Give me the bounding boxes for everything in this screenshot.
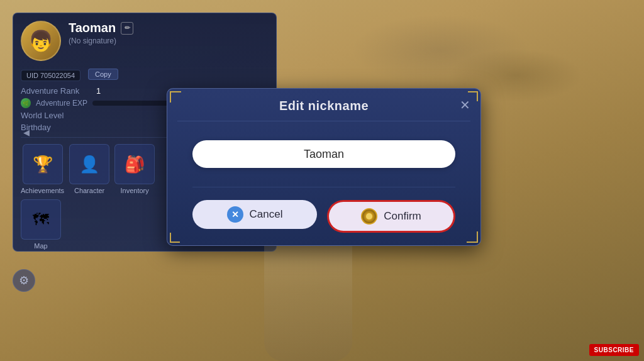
cancel-label: Cancel xyxy=(250,208,283,221)
uid-badge: UID 705022054 xyxy=(21,70,80,81)
modal-title: Edit nickname xyxy=(279,99,369,113)
map-icon-box: 🗺 xyxy=(21,199,61,240)
profile-header: 👦 Taoman ✏ (No signature) xyxy=(21,21,269,61)
birthday-label: Birthday xyxy=(21,123,96,132)
avatar-icon: 👦 xyxy=(28,29,53,53)
menu-item-character[interactable]: 👤 Character xyxy=(69,144,109,194)
nav-back-arrow[interactable]: ◂ xyxy=(23,125,30,140)
nickname-input-container xyxy=(192,140,455,168)
profile-signature: (No signature) xyxy=(69,36,269,45)
adventure-rank-label: Adventure Rank xyxy=(21,86,96,96)
subscribe-button[interactable]: SUBSCRIBE xyxy=(589,344,639,356)
edit-name-button[interactable]: ✏ xyxy=(121,22,133,35)
confirm-label: Confirm xyxy=(384,210,421,223)
inventory-label: Inventory xyxy=(120,187,148,194)
cancel-button[interactable]: ✕ Cancel xyxy=(192,200,317,229)
character-icon-box: 👤 xyxy=(69,144,109,184)
inventory-icon-box: 🎒 xyxy=(114,144,155,184)
achievements-icon-box: 🏆 xyxy=(23,144,63,184)
modal-close-button[interactable]: ✕ xyxy=(460,99,470,111)
confirm-button[interactable]: Confirm xyxy=(329,202,453,231)
confirm-icon xyxy=(361,208,377,225)
confirm-button-wrapper: Confirm xyxy=(327,200,455,233)
modal-body: ✕ Cancel Confirm xyxy=(167,121,480,245)
character-label: Character xyxy=(74,187,104,194)
edit-nickname-modal: Edit nickname ✕ ✕ Cancel Confirm xyxy=(167,88,481,246)
profile-info: Taoman ✏ (No signature) xyxy=(69,21,269,45)
cancel-icon: ✕ xyxy=(227,206,243,223)
menu-item-achievements[interactable]: 🏆 Achievements xyxy=(21,144,64,194)
copy-uid-button[interactable]: Copy xyxy=(88,69,118,80)
username-text: Taoman xyxy=(69,21,116,35)
map-label: Map xyxy=(34,242,47,250)
avatar: 👦 xyxy=(21,21,61,61)
settings-button[interactable]: ⚙ xyxy=(13,269,35,292)
menu-item-inventory[interactable]: 🎒 Inventory xyxy=(114,144,155,194)
adventure-rank-value: 1 xyxy=(96,86,101,96)
confirm-icon-inner xyxy=(366,213,372,219)
modal-header: Edit nickname ✕ xyxy=(167,89,480,121)
profile-name-row: Taoman ✏ xyxy=(69,21,269,35)
corner-decoration-bl xyxy=(170,233,180,243)
nickname-input[interactable] xyxy=(192,140,455,168)
achievements-label: Achievements xyxy=(21,187,64,194)
world-level-label: World Level xyxy=(21,111,96,120)
modal-body-divider xyxy=(192,187,455,187)
exp-icon: 🌿 xyxy=(21,98,31,108)
menu-item-map[interactable]: 🗺 Map xyxy=(21,199,61,250)
modal-buttons-row: ✕ Cancel Confirm xyxy=(192,200,455,233)
adventure-exp-label: Adventure EXP xyxy=(36,99,87,108)
